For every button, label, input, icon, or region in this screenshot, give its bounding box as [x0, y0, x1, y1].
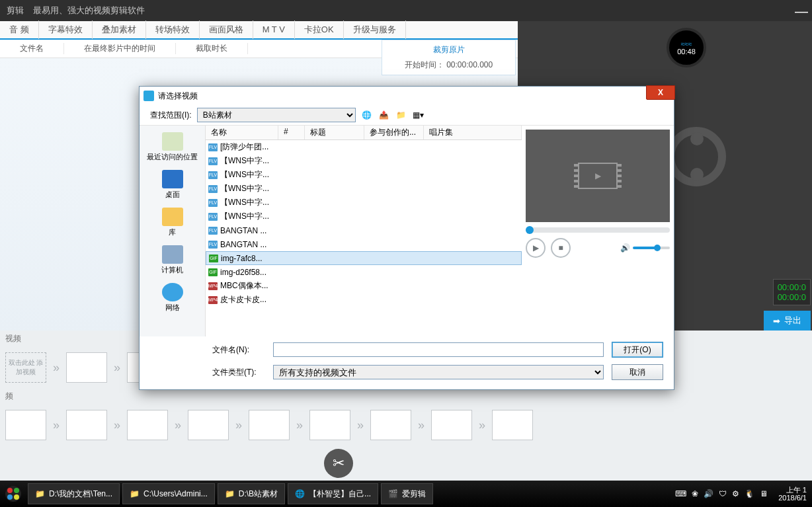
- back-icon[interactable]: 🌐: [361, 109, 373, 121]
- play-button[interactable]: ▶: [526, 238, 546, 258]
- add-video-placeholder[interactable]: 双击此处 添加视频: [5, 352, 46, 383]
- tab-mtv[interactable]: M T V: [253, 20, 295, 39]
- file-list-header: 名称 # 标题 参与创作的... 唱片集: [206, 126, 522, 140]
- row-label-audio: 频: [0, 388, 812, 405]
- file-list: 名称 # 标题 参与创作的... 唱片集 FLV[防弹少年团...FLV【WNS…: [206, 126, 522, 336]
- volume-control[interactable]: 🔊: [620, 243, 670, 253]
- timeline-thumb[interactable]: [370, 410, 411, 440]
- timeline-thumb[interactable]: [431, 410, 472, 440]
- minimize-icon[interactable]: —: [795, 4, 808, 19]
- svg-point-0: [5, 486, 21, 502]
- timecode-b: 00:00:0: [778, 292, 806, 302]
- taskbar-item[interactable]: 📁D:\我的文档\Ten...: [28, 483, 120, 504]
- tab-audio[interactable]: 音 频: [0, 20, 39, 39]
- dialog-close-button[interactable]: X: [646, 85, 675, 100]
- file-row[interactable]: FLV【WNS中字...: [206, 210, 522, 223]
- tray-icon[interactable]: ⌨: [675, 489, 686, 498]
- file-row[interactable]: MP4皮卡皮卡皮...: [206, 293, 522, 307]
- timeline-row: » » » » » » » »: [0, 405, 812, 446]
- open-button[interactable]: 打开(O): [612, 342, 663, 358]
- file-row[interactable]: FLVBANGTAN ...: [206, 223, 522, 237]
- taskbar-item[interactable]: 🎬爱剪辑: [381, 483, 433, 504]
- view-mode-icon[interactable]: ▦▾: [413, 109, 425, 121]
- svg-point-2: [14, 488, 19, 493]
- arrow-icon: »: [296, 418, 303, 432]
- place-network[interactable]: 网络: [146, 280, 199, 315]
- dialog-titlebar: 请选择视频: [140, 87, 674, 105]
- cancel-button[interactable]: 取消: [612, 364, 663, 380]
- col-contrib[interactable]: 参与创作的...: [364, 126, 424, 139]
- tray-icon[interactable]: 🛡: [719, 489, 727, 498]
- file-row[interactable]: MP4MBC偶像本...: [206, 279, 522, 293]
- timeline-thumb[interactable]: [492, 410, 533, 440]
- tray-icon[interactable]: ⚙: [732, 489, 739, 498]
- tray-icon[interactable]: 🐧: [745, 489, 754, 498]
- file-row[interactable]: FLV【WNS中字...: [206, 154, 522, 168]
- taskbar-item[interactable]: 🌐【朴智旻】自己...: [288, 483, 378, 504]
- timeline-thumb[interactable]: [249, 410, 290, 440]
- col-clip-len: 截取时长: [176, 43, 248, 54]
- places-sidebar: 最近访问的位置 桌面 库 计算机 网络: [140, 126, 206, 336]
- export-icon: ➡: [773, 316, 780, 326]
- timeline-thumb[interactable]: [309, 410, 350, 440]
- tab-overlay[interactable]: 叠加素材: [93, 20, 146, 39]
- start-button[interactable]: [0, 481, 26, 507]
- place-desktop[interactable]: 桌面: [146, 167, 199, 202]
- timeline-thumb[interactable]: [5, 410, 46, 440]
- file-row[interactable]: GIFimg-7afc8...: [206, 251, 522, 265]
- new-folder-icon[interactable]: 📁: [395, 109, 407, 121]
- filetype-select[interactable]: 所有支持的视频文件: [273, 365, 604, 379]
- arrow-icon: »: [53, 418, 60, 432]
- volume-slider[interactable]: [633, 247, 670, 249]
- taskbar-item[interactable]: 📁D:\B站素材: [218, 483, 285, 504]
- preview-seekbar[interactable]: [526, 227, 670, 233]
- tab-karaoke[interactable]: 卡拉OK: [295, 20, 344, 39]
- tray-icon[interactable]: 🖥: [760, 489, 768, 498]
- col-num[interactable]: #: [278, 126, 305, 139]
- place-recent[interactable]: 最近访问的位置: [146, 130, 199, 165]
- tab-transition[interactable]: 转场特效: [146, 20, 200, 39]
- file-row[interactable]: FLVBANGTAN ...: [206, 237, 522, 251]
- dialog-icon: [143, 91, 154, 101]
- up-icon[interactable]: 📤: [378, 109, 390, 121]
- filetype-icon: FLV: [208, 213, 218, 221]
- timeline-thumb[interactable]: [127, 410, 168, 440]
- svg-point-4: [14, 494, 19, 500]
- file-row[interactable]: GIFimg-d26f58...: [206, 265, 522, 279]
- tab-style[interactable]: 画面风格: [200, 20, 253, 39]
- file-row[interactable]: FLV【WNS中字...: [206, 168, 522, 182]
- filetype-icon: FLV: [208, 199, 218, 207]
- place-libraries[interactable]: 库: [146, 205, 199, 240]
- tray-icon[interactable]: 🔊: [704, 489, 713, 498]
- file-row[interactable]: FLV【WNS中字...: [206, 196, 522, 210]
- scissors-button[interactable]: ✂: [324, 449, 353, 478]
- filetype-icon: FLV: [208, 143, 218, 151]
- scope-label: 查找范围(I):: [150, 110, 192, 121]
- taskbar-item[interactable]: 📁C:\Users\Admini...: [122, 483, 215, 504]
- col-name[interactable]: 名称: [206, 126, 278, 139]
- filetype-icon: FLV: [208, 171, 218, 179]
- file-row[interactable]: FLV【WNS中字...: [206, 182, 522, 196]
- file-name: MBC偶像本...: [220, 280, 268, 292]
- export-button[interactable]: ➡ 导出: [764, 311, 811, 331]
- file-row[interactable]: FLV[防弹少年团...: [206, 140, 522, 154]
- col-album[interactable]: 唱片集: [424, 126, 522, 139]
- scope-select[interactable]: B站素材: [197, 108, 356, 122]
- crop-panel: 裁剪原片 开始时间： 00:00:00.000: [382, 40, 516, 75]
- timeline-thumb[interactable]: [66, 410, 107, 440]
- filename-input[interactable]: [273, 342, 604, 357]
- tray-time: 上午 1: [778, 486, 807, 494]
- wave-icon: ≈≈≈: [681, 40, 692, 48]
- taskbar-item-icon: 📁: [130, 489, 140, 498]
- col-time-in-final: 在最终影片中的时间: [64, 43, 176, 54]
- timeline-thumb[interactable]: [188, 410, 229, 440]
- tray-icon[interactable]: ❀: [692, 489, 698, 498]
- timeline-thumb[interactable]: [66, 352, 107, 383]
- tab-upgrade[interactable]: 升级与服务: [344, 20, 406, 39]
- tray-clock[interactable]: 上午 1 2018/6/1: [773, 486, 807, 502]
- dialog-footer: 文件名(N): 打开(O) 文件类型(T): 所有支持的视频文件 取消: [140, 336, 674, 389]
- place-computer[interactable]: 计算机: [146, 243, 199, 278]
- col-title[interactable]: 标题: [305, 126, 364, 139]
- stop-button[interactable]: ■: [551, 238, 571, 258]
- tab-subtitle-fx[interactable]: 字幕特效: [39, 20, 93, 39]
